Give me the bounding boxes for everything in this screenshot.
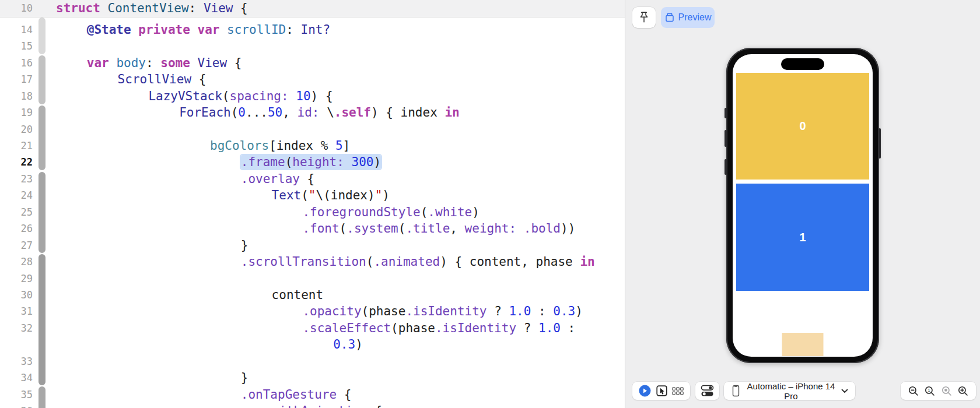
code-line-text[interactable]: .opacity(phase.isIdentity ? 1.0 : 0.3) xyxy=(33,303,625,319)
line-number-gutter[interactable]: 20 xyxy=(0,121,33,138)
code-line[interactable]: 35.onTapGesture { xyxy=(0,386,625,403)
code-line-text[interactable]: .font(.system(.title, weight: .bold)) xyxy=(33,220,625,237)
line-number-gutter[interactable]: 18 xyxy=(0,88,33,104)
variants-grid-button[interactable] xyxy=(672,387,684,395)
pin-preview-button[interactable] xyxy=(632,7,656,28)
code-line-text[interactable]: .frame(height: 300) xyxy=(33,154,625,170)
sticky-line-number[interactable]: 10 xyxy=(0,0,33,17)
code-line-text[interactable]: var body: some View { xyxy=(33,55,625,71)
code-line[interactable]: 28.scrollTransition(.animated) { content… xyxy=(0,254,625,270)
zoom-out-button[interactable] xyxy=(908,386,919,396)
line-number-gutter[interactable]: 25 xyxy=(0,204,33,220)
preview-tab-button[interactable]: Preview xyxy=(661,7,715,28)
code-token: View xyxy=(198,56,228,70)
code-line[interactable]: 36withAnimation { xyxy=(0,403,625,408)
line-number-gutter[interactable]: 29 xyxy=(0,270,33,287)
line-number-gutter[interactable] xyxy=(0,336,33,353)
code-line[interactable]: 33 xyxy=(0,353,625,370)
code-line[interactable]: 16var body: some View { xyxy=(0,55,625,71)
code-line-text[interactable]: withAnimation { xyxy=(33,403,625,408)
code-line-text[interactable] xyxy=(33,270,625,287)
code-line[interactable]: 23.overlay { xyxy=(0,171,625,187)
code-line-text[interactable]: LazyVStack(spacing: 10) { xyxy=(33,88,625,104)
code-line-text[interactable]: content xyxy=(33,287,625,303)
code-line-text[interactable]: ScrollView { xyxy=(33,71,625,87)
live-preview-play-button[interactable] xyxy=(639,385,651,397)
code-line-text[interactable]: .scaleEffect(phase.isIdentity ? 1.0 : xyxy=(33,320,625,336)
line-number-gutter[interactable]: 27 xyxy=(0,237,33,254)
code-line[interactable]: 17ScrollView { xyxy=(0,71,625,87)
line-number-gutter[interactable]: 32 xyxy=(0,320,33,336)
sticky-declaration-row[interactable]: 10 struct ContentView: View { xyxy=(0,0,625,17)
code-line-text[interactable]: 0.3) xyxy=(33,336,625,353)
line-number-gutter[interactable]: 34 xyxy=(0,370,33,386)
line-number-gutter[interactable]: 15 xyxy=(0,38,33,54)
code-line[interactable]: 18LazyVStack(spacing: 10) { xyxy=(0,88,625,104)
line-number-gutter[interactable]: 22 xyxy=(0,154,33,170)
code-line-text[interactable]: } xyxy=(33,237,625,254)
code-line[interactable]: 0.3) xyxy=(0,336,625,353)
code-line[interactable]: 29 xyxy=(0,270,625,287)
preview-screen[interactable]: 01 xyxy=(733,54,873,357)
code-line[interactable]: 21bgColors[index % 5] xyxy=(0,138,625,154)
code-line[interactable]: 25.foregroundStyle(.white) xyxy=(0,204,625,220)
code-line-text[interactable]: ForEach(0...50, id: \.self) { index in xyxy=(33,104,625,121)
code-line-text[interactable]: Text("\(index)") xyxy=(33,187,625,203)
code-line-text[interactable]: .scrollTransition(.animated) { content, … xyxy=(33,254,625,270)
code-line-text[interactable]: .overlay { xyxy=(33,171,625,187)
code-line-text[interactable] xyxy=(33,121,625,138)
line-number-gutter[interactable]: 35 xyxy=(0,386,33,403)
code-token: .foregroundStyle xyxy=(302,205,420,219)
code-line[interactable]: 24Text("\(index)") xyxy=(0,187,625,203)
code-line-text[interactable]: } xyxy=(33,370,625,386)
code-line-text[interactable]: bgColors[index % 5] xyxy=(33,138,625,154)
line-number-gutter[interactable]: 36 xyxy=(0,403,33,408)
line-number-gutter[interactable]: 26 xyxy=(0,220,33,237)
line-number-gutter[interactable]: 23 xyxy=(0,171,33,187)
device-picker[interactable]: Automatic – iPhone 14 Pro xyxy=(724,382,855,400)
line-number-gutter[interactable]: 31 xyxy=(0,303,33,319)
line-number-gutter[interactable]: 24 xyxy=(0,187,33,203)
line-number-gutter[interactable]: 14 xyxy=(0,22,33,38)
line-number-gutter[interactable]: 17 xyxy=(0,71,33,87)
code-token: .isIdentity xyxy=(405,304,487,318)
preview-cell-1[interactable]: 1 xyxy=(736,184,869,291)
code-line[interactable]: 30content xyxy=(0,287,625,303)
preview-cell-0[interactable]: 0 xyxy=(736,73,869,180)
code-token: 0.3 xyxy=(333,337,355,351)
code-lines[interactable]: 1314@State private var scrollID: Int?151… xyxy=(0,5,625,408)
code-line[interactable]: 15 xyxy=(0,38,625,54)
device-settings-pill[interactable] xyxy=(695,382,719,400)
line-number-gutter[interactable]: 30 xyxy=(0,287,33,303)
code-token xyxy=(190,23,198,37)
code-line[interactable]: 20 xyxy=(0,121,625,138)
preview-cell-partial[interactable] xyxy=(782,333,824,356)
code-editor[interactable]: 1314@State private var scrollID: Int?151… xyxy=(0,0,625,408)
zoom-to-fit-button[interactable] xyxy=(942,386,952,396)
code-token: ( xyxy=(301,188,309,202)
line-number-gutter[interactable]: 33 xyxy=(0,353,33,370)
code-token: } xyxy=(241,371,249,385)
zoom-in-button[interactable] xyxy=(958,386,968,396)
zoom-actual-size-button[interactable]: 1 xyxy=(925,386,935,396)
selectable-mode-button[interactable] xyxy=(656,385,667,396)
line-number-gutter[interactable]: 19 xyxy=(0,104,33,121)
code-token xyxy=(190,56,198,70)
code-line-text[interactable] xyxy=(33,353,625,370)
code-line[interactable]: 32.scaleEffect(phase.isIdentity ? 1.0 : xyxy=(0,320,625,336)
line-number-gutter[interactable]: 21 xyxy=(0,138,33,154)
code-line[interactable]: 22.frame(height: 300) xyxy=(0,154,625,170)
code-token: ? xyxy=(487,304,509,318)
code-line-text[interactable]: @State private var scrollID: Int? xyxy=(33,22,625,38)
code-line[interactable]: 27} xyxy=(0,237,625,254)
code-line-text[interactable]: .onTapGesture { xyxy=(33,386,625,403)
code-line[interactable]: 26.font(.system(.title, weight: .bold)) xyxy=(0,220,625,237)
code-line[interactable]: 19ForEach(0...50, id: \.self) { index in xyxy=(0,104,625,121)
line-number-gutter[interactable]: 16 xyxy=(0,55,33,71)
code-line-text[interactable]: .foregroundStyle(.white) xyxy=(33,204,625,220)
code-line[interactable]: 34} xyxy=(0,370,625,386)
code-line[interactable]: 14@State private var scrollID: Int? xyxy=(0,22,625,38)
code-line[interactable]: 31.opacity(phase.isIdentity ? 1.0 : 0.3) xyxy=(0,303,625,319)
code-line-text[interactable] xyxy=(33,38,625,54)
line-number-gutter[interactable]: 28 xyxy=(0,254,33,270)
